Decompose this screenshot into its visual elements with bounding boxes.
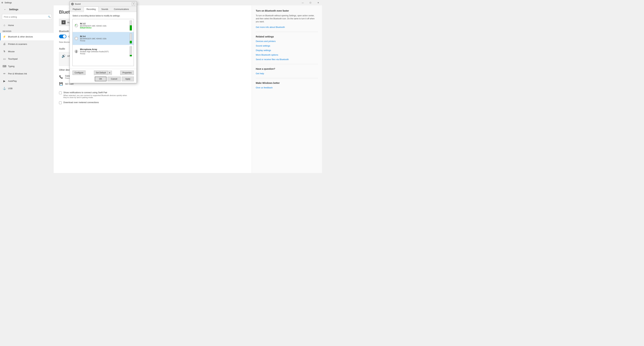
sidebar-item-typing[interactable]: ⌨ Typing [0,63,54,70]
mic-status: Ready [80,53,128,55]
swift-pair-label: Show notifications to connect using Swif… [64,91,133,94]
metered-checkbox[interactable] [59,101,62,104]
metered-label: Download over metered connections [64,101,99,104]
in12-level-fill [130,25,132,30]
mic-info: Microphone Array Realtek High Definition… [80,48,128,55]
sidebar-item-printers[interactable]: 🖨 Printers & scanners [0,40,54,48]
sidebar-title: Settings [9,8,18,11]
right-panel: Turn on Bluetooth even faster To turn on… [252,5,322,173]
in34-level-bar [130,34,132,44]
sidebar-item-touchpad[interactable]: ▭ Touchpad [0,55,54,63]
mouse-label: Mouse [8,50,14,53]
sidebar-item-bluetooth[interactable]: ⚡ Bluetooth & other devices [0,33,54,40]
in34-icon [74,37,78,41]
touchpad-label: Touchpad [8,58,18,60]
configure-button[interactable]: Configure [72,71,86,75]
dialog-tabs: Playback Recording Sounds Communications [70,7,136,12]
autoplay-icon: ▶ [3,79,6,83]
title-bar-title: Settings [4,2,12,4]
autoplay-label: AutoPlay [8,80,17,82]
display-settings-link[interactable]: Display settings [256,49,318,52]
get-help-link[interactable]: Get help [256,72,318,75]
bluetooth-toggle[interactable] [59,35,66,38]
tab-recording[interactable]: Recording [84,7,98,12]
recording-item-in34[interactable]: IN 3-4 BEHRINGER UMC 404HD 192k Ready [72,32,134,45]
in34-level-fill [130,41,132,43]
have-question-title: Have a question? [256,68,318,70]
typing-icon: ⌨ [3,65,6,68]
mic-icon [74,49,78,53]
maximize-button[interactable]: ☐ [306,0,314,5]
turn-on-body: To turn on Bluetooth without opening Set… [256,14,318,23]
sidebar: ← Settings 🔍 ⌂ Home Devices ⚡ Bluetooth … [0,5,54,173]
typing-label: Typing [8,65,14,68]
sidebar-item-pen[interactable]: ✏ Pen & Windows Ink [0,70,54,77]
send-receive-link[interactable]: Send or receive files via Bluetooth [256,58,318,61]
in34-info: IN 3-4 BEHRINGER UMC 404HD 192k Ready [80,35,128,42]
swift-pair-checkbox-row: Show notifications to connect using Swif… [59,91,133,98]
home-icon: ⌂ [3,24,6,27]
cancel-button[interactable]: Cancel [108,77,121,81]
recording-device-list[interactable]: IN 1-2 BEHRINGER UMC 404HD 192k Default … [72,19,134,66]
devices-printers-link[interactable]: Devices and printers [256,40,318,43]
in34-device: BEHRINGER UMC 404HD 192k [80,38,128,40]
dialog-ok-row: OK Cancel Apply [72,77,134,81]
dialog-body: Select a recording device below to modif… [70,12,136,69]
sdcard-icon: 💾 [59,82,63,86]
apply-button[interactable]: Apply [122,77,134,81]
right-divider-3 [256,78,318,78]
turn-on-title: Turn on Bluetooth even faster [256,10,318,12]
sound-dialog-icon: ♪ [71,3,74,5]
phone-icon: 📞 [59,75,63,79]
sidebar-item-home[interactable]: ⌂ Home [0,22,54,29]
home-label: Home [8,24,14,27]
bluetooth-label: Bluetooth & other devices [8,36,33,38]
make-better-title: Make Windows better [256,82,318,84]
search-icon[interactable]: 🔍 [48,16,51,18]
usb-icon: ⚓ [3,87,6,90]
set-default-arrow-button[interactable]: ▼ [108,71,112,75]
search-input[interactable] [2,14,52,20]
ok-button[interactable]: OK [95,77,106,81]
touchpad-icon: ▭ [3,57,6,61]
set-default-button[interactable]: Set Default [94,71,108,75]
mic-name: Microphone Array [80,48,128,51]
swift-pair-desc: When selected, you can connect to suppor… [64,94,133,98]
checkbox-section: Show notifications to connect using Swif… [59,91,133,104]
mouse-icon: 🖱 [3,50,6,53]
main-window: ← Settings 🔍 ⌂ Home Devices ⚡ Bluetooth … [0,5,322,173]
devices-section-label: Devices [0,29,54,33]
more-bluetooth-link[interactable]: More Bluetooth options [256,54,318,56]
plus-icon: + [62,20,66,24]
tab-sounds[interactable]: Sounds [98,7,111,12]
tab-playback[interactable]: Playback [70,7,84,12]
mic-level-fill [130,55,132,56]
properties-button[interactable]: Properties [120,71,134,75]
dialog-close-button[interactable]: ✕ [132,2,135,6]
dialog-title-left: ♪ Sound [71,3,81,5]
get-more-info-link[interactable]: Get more info about Bluetooth [256,26,318,28]
sidebar-item-usb[interactable]: ⚓ USB [0,85,54,92]
sidebar-item-autoplay[interactable]: ▶ AutoPlay [0,77,54,85]
swift-pair-checkbox[interactable] [59,92,62,94]
recording-item-in12[interactable]: IN 1-2 BEHRINGER UMC 404HD 192k Default … [72,19,134,32]
printer-icon: 🖨 [3,42,6,46]
close-button[interactable]: ✕ [314,0,322,5]
sidebar-header: ← Settings [0,5,54,14]
in12-icon [74,24,78,28]
minimize-button[interactable]: — [299,0,306,5]
in34-name: IN 3-4 [80,35,128,38]
in12-level-bar [130,21,132,31]
in34-status: Ready [80,40,128,42]
sidebar-item-mouse[interactable]: 🖱 Mouse [0,48,54,55]
speaker-icon: 🔊 [62,54,65,58]
give-feedback-link[interactable]: Give us feedback [256,86,318,89]
tab-communications[interactable]: Communications [111,7,132,12]
back-button[interactable]: ← [3,7,8,12]
metered-text: Download over metered connections [64,101,99,104]
pen-icon: ✏ [3,72,6,75]
dialog-btn-row: Configure Set Default ▼ Properties [72,71,134,75]
svg-rect-6 [76,50,77,52]
recording-item-mic[interactable]: Microphone Array Realtek High Definition… [72,45,134,58]
sound-settings-link[interactable]: Sound settings [256,45,318,47]
